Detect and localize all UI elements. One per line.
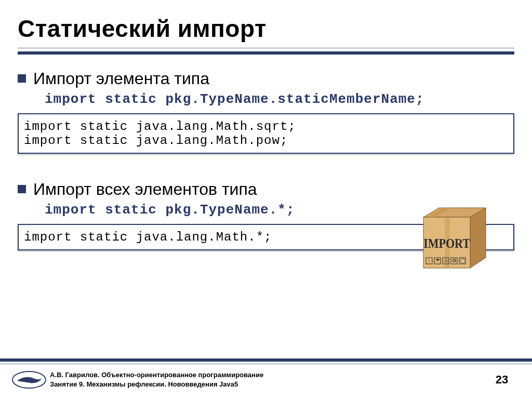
content-area: Статический импорт Импорт элемента типа … [0, 0, 532, 399]
footer: А.В. Гаврилов. Объектно-ориентированное … [0, 358, 532, 399]
bullet-square-icon [18, 185, 26, 193]
bullet-text: Импорт элемента типа [33, 69, 209, 88]
bird-logo-icon [11, 369, 47, 390]
keyword-import: import [45, 91, 97, 107]
footer-line-1: А.В. Гаврилов. Объектно-ориентированное … [50, 370, 486, 380]
svg-marker-1 [470, 208, 486, 268]
code-line: import static java.lang.Math.sqrt; [24, 119, 508, 134]
footer-line-2: Занятие 9. Механизмы рефлексии. Нововвед… [50, 380, 486, 389]
keyword-static: static [105, 202, 157, 218]
svg-text:◯: ◯ [460, 258, 466, 264]
page-number: 23 [486, 373, 517, 387]
svg-text:♻: ♻ [452, 258, 457, 263]
slide: Статический импорт Импорт элемента типа … [0, 0, 532, 399]
code-line: import static java.lang.Math.pow; [24, 134, 508, 148]
svg-text:↑: ↑ [428, 258, 431, 263]
title-rule-thick [18, 51, 514, 55]
footer-rule-thick [0, 358, 532, 362]
code-rest: pkg.TypeName.staticMemberName; [165, 91, 424, 107]
bullet-1: Импорт элемента типа import static pkg.T… [18, 69, 514, 107]
cardboard-box-icon: IMPORT ↑ ☂ ⚠ ♻ ◯ [410, 191, 509, 274]
keyword-static: static [105, 91, 157, 107]
title-rule-thin [18, 48, 514, 48]
box-label-text: IMPORT [423, 236, 470, 251]
bullet-row: Импорт элемента типа [18, 69, 514, 88]
bullet-square-icon [18, 74, 26, 83]
code-box-1: import static java.lang.Math.sqrt; impor… [18, 113, 514, 154]
footer-logo [8, 369, 50, 390]
footer-inner: А.В. Гаврилов. Объектно-ориентированное … [0, 364, 532, 395]
import-box-image: IMPORT ↑ ☂ ⚠ ♻ ◯ [410, 191, 509, 274]
bullet-text: Импорт всех элементов типа [33, 180, 257, 199]
slide-title: Статический импорт [18, 15, 514, 43]
svg-text:☂: ☂ [435, 258, 440, 263]
svg-text:⚠: ⚠ [444, 258, 448, 263]
footer-text: А.В. Гаврилов. Объектно-ориентированное … [50, 370, 486, 389]
code-rest: pkg.TypeName.*; [165, 202, 295, 218]
bullet-1-code: import static pkg.TypeName.staticMemberN… [45, 91, 514, 107]
keyword-import: import [45, 202, 97, 218]
